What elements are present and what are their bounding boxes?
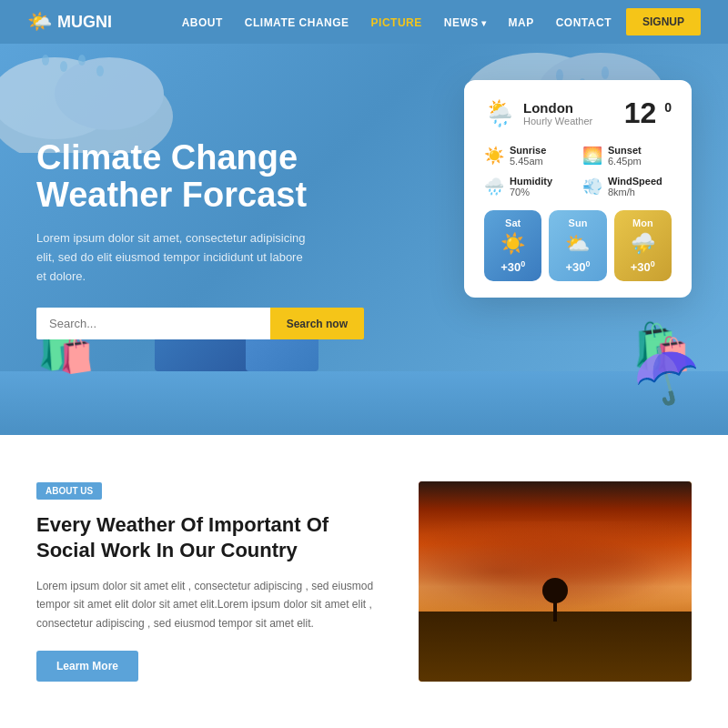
forecast-sat-temp: +300 [488,259,538,274]
windspeed-info: WindSpeed 8km/h [608,176,662,197]
logo-icon: 🌤️ [27,10,52,34]
logo[interactable]: 🌤️ MUGNI [27,10,112,34]
nav-item-map[interactable]: Map [509,14,534,30]
forecast-sat-icon: ☀️ [488,232,538,256]
nav-link-contact[interactable]: Contact [556,16,612,29]
weather-city-name: London [523,100,592,116]
hero-title: Climate Change Weather Forcast [36,139,364,216]
nav-link-picture[interactable]: Picture [371,16,422,29]
svg-point-13 [602,66,609,79]
about-left: ABOUT US Every Weather Of Important Of S… [36,481,382,682]
nav-item-climate[interactable]: Climate Change [245,14,349,30]
forecast-sun-day: Sun [552,217,602,228]
deco-platform [0,371,728,435]
logo-text: MUGNI [57,13,112,32]
windspeed-value: 8km/h [608,187,662,197]
weather-card-header: 🌦️ London Hourly Weather 12 0 [484,96,672,130]
sunset-label: Sunset [608,145,642,156]
rain-svg [36,53,109,107]
sunset-info: Sunset 6.45pm [608,145,642,167]
svg-point-6 [96,66,104,76]
nav-link-news[interactable]: News [444,16,487,29]
humidity-value: 70% [510,187,552,197]
nav-link-map[interactable]: Map [509,16,534,29]
forecast-mon-icon: ⛈️ [618,232,668,256]
forecast-sun: Sun ⛅ +300 [549,210,606,281]
svg-point-5 [78,55,86,66]
about-badge: ABOUT US [36,482,102,500]
hero-section: 🛍️ 🛍️ ☂️ Climate Change Weather Forcast … [0,44,728,435]
about-right [419,481,692,682]
search-button[interactable]: Search now [270,308,364,339]
sunrise-value: 5.45am [510,156,546,167]
about-section: ABOUT US Every Weather Of Important Of S… [0,435,728,728]
svg-point-3 [42,55,49,66]
sunset-tree [553,585,557,622]
forecast-sat: Sat ☀️ +300 [484,210,541,281]
sunset-field [419,612,692,682]
nav-item-news[interactable]: News [444,14,487,30]
learn-more-button[interactable]: Learm More [36,651,138,682]
weather-details-grid: ☀️ Sunrise 5.45am 🌅 Sunset 6.45pm 🌧️ Hum… [484,145,672,197]
hero-content: Climate Change Weather Forcast Lorem ips… [36,139,364,340]
sunset-detail: 🌅 Sunset 6.45pm [582,145,672,167]
search-input[interactable] [36,308,270,339]
weather-temperature: 12 0 [624,96,672,130]
nav-item-contact[interactable]: Contact [556,14,612,30]
hero-description: Lorem ipsum dolor sit amet, consectetur … [36,229,309,286]
sunrise-info: Sunrise 5.45am [510,145,546,167]
about-description: Lorem ipsum dolor sit amet elit , consec… [36,577,382,632]
forecast-mon-temp: +300 [618,259,668,274]
weather-icon: 🌦️ [484,98,516,128]
nav-links: About Climate Change Picture News Map Co… [182,14,612,30]
about-title: Every Weather Of Important Of Social Wor… [36,512,382,564]
sunset-icon: 🌅 [582,146,602,166]
nav-link-climate[interactable]: Climate Change [245,16,349,29]
humidity-icon: 🌧️ [484,177,504,197]
navbar: 🌤️ MUGNI About Climate Change Picture Ne… [0,0,728,44]
windspeed-label: WindSpeed [608,176,662,187]
humidity-detail: 🌧️ Humidity 70% [484,176,573,197]
humidity-label: Humidity [510,176,552,187]
weather-card: 🌦️ London Hourly Weather 12 0 ☀️ Sunrise… [464,80,692,298]
search-bar: Search now [36,308,364,339]
humidity-info: Humidity 70% [510,176,552,197]
forecast-mon: Mon ⛈️ +300 [614,210,672,281]
forecast-row: Sat ☀️ +300 Sun ⛅ +300 Mon ⛈️ +300 [484,210,672,281]
nav-link-about[interactable]: About [182,16,223,29]
sunrise-label: Sunrise [510,145,546,156]
sunrise-detail: ☀️ Sunrise 5.45am [484,145,573,167]
about-image [419,481,692,682]
nav-item-picture[interactable]: Picture [371,14,422,30]
svg-point-4 [60,61,67,72]
forecast-mon-day: Mon [618,217,668,228]
weather-city-details: London Hourly Weather [523,100,592,126]
wind-icon: 💨 [582,177,602,197]
forecast-sun-icon: ⛅ [552,232,602,256]
sunset-value: 6.45pm [608,156,642,167]
sunrise-icon: ☀️ [484,146,504,166]
forecast-sun-temp: +300 [552,259,602,274]
weather-city-info: 🌦️ London Hourly Weather [484,98,592,128]
forecast-sat-day: Sat [488,217,538,228]
signup-button[interactable]: SIGNUP [626,8,701,35]
windspeed-detail: 💨 WindSpeed 8km/h [582,176,672,197]
weather-city-sub: Hourly Weather [523,116,592,126]
nav-item-about[interactable]: About [182,14,223,30]
